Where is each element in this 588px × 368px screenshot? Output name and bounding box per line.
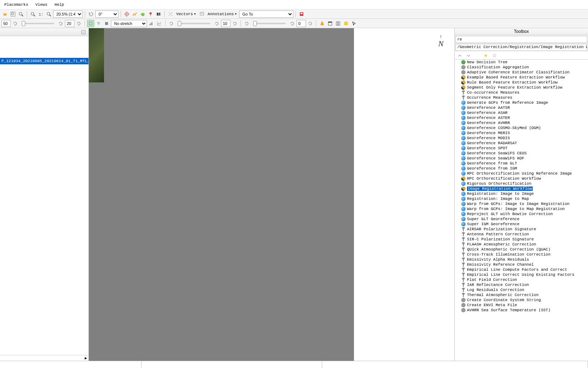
- toolbox-item[interactable]: Thermal Atmospheric Correction: [455, 292, 588, 298]
- toolbox-item[interactable]: Georeference ASAR: [455, 110, 588, 115]
- toolbox-item[interactable]: Flat Field Correction: [455, 277, 588, 282]
- refresh-icon[interactable]: [231, 20, 238, 27]
- toolbox-item[interactable]: Emissivity Reference Channel: [455, 262, 588, 267]
- pin-icon[interactable]: [147, 10, 154, 18]
- toolbox-item[interactable]: Georeference SeaWiFS CEOS: [455, 151, 588, 156]
- crosshair-icon[interactable]: [123, 10, 130, 18]
- histogram-icon[interactable]: [148, 20, 155, 27]
- toolbox-item[interactable]: Georeference AATSR: [455, 105, 588, 110]
- rotate-combo[interactable]: 0°: [95, 10, 118, 18]
- toolbox-item[interactable]: Super GLT Georeference: [455, 217, 588, 222]
- refresh-icon[interactable]: [289, 20, 296, 27]
- hand-icon[interactable]: [1, 10, 9, 18]
- toolbox-item[interactable]: Warp from GCPs: Image to Image Registrat…: [455, 201, 588, 206]
- toolbox-item[interactable]: Co-occurrence Measures: [455, 90, 588, 95]
- toolbox-item[interactable]: Georeference SPOT: [455, 146, 588, 151]
- refresh-icon[interactable]: [75, 20, 82, 27]
- toolbox-item[interactable]: Georeference AVHRR: [455, 120, 588, 125]
- favorite-icon[interactable]: [491, 52, 498, 59]
- toolbox-item[interactable]: Adaptive Coherence Estimator Classificat…: [455, 70, 588, 75]
- split-icon[interactable]: [334, 20, 342, 27]
- toolbox-item[interactable]: Super IGM Georeference: [455, 222, 588, 227]
- toolbox-item[interactable]: Empirical Line Correct Using Existing Fa…: [455, 272, 588, 277]
- save-chip-icon[interactable]: [298, 10, 305, 18]
- refresh-icon[interactable]: [168, 20, 175, 27]
- expand-icon[interactable]: [465, 52, 472, 59]
- toolbox-item[interactable]: Warp from GCPs: Image to Map Registratio…: [455, 206, 588, 211]
- toolbox-item[interactable]: Georeference ASTER: [455, 115, 588, 120]
- toolbox-item[interactable]: SIR-C Polarization Signature: [455, 237, 588, 242]
- zoom-1to1-icon[interactable]: 1:1: [37, 10, 44, 18]
- toolbox-item[interactable]: Georeference SeaWiFS HDF: [455, 156, 588, 161]
- toolbox-item[interactable]: IAR Reflectance Correction: [455, 282, 588, 287]
- crop-icon[interactable]: [87, 20, 94, 27]
- toolbox-item[interactable]: Create ENVI Meta File: [455, 303, 588, 308]
- refresh-icon[interactable]: [213, 20, 220, 27]
- roi-icon[interactable]: [139, 10, 146, 18]
- profile-icon[interactable]: [131, 10, 138, 18]
- toolbox-item[interactable]: RPC Orthorectification Using Reference I…: [455, 171, 588, 176]
- cursor-icon[interactable]: [350, 20, 358, 27]
- collapse-icon[interactable]: [456, 52, 463, 59]
- toolbox-item[interactable]: Classification Aggregation: [455, 65, 588, 70]
- refresh-icon[interactable]: [57, 20, 64, 27]
- inherit-icon[interactable]: [103, 20, 110, 27]
- zoom-out-icon[interactable]: [29, 10, 36, 18]
- toolbox-item[interactable]: Rigorous Orthorectification: [455, 181, 588, 186]
- rotate-reset-icon[interactable]: [87, 10, 95, 18]
- menu-views[interactable]: Views: [32, 1, 51, 8]
- stretch-combo[interactable]: No stretch: [111, 20, 147, 27]
- chart-icon[interactable]: [156, 20, 163, 27]
- toolbox-path[interactable]: /Geometric Correction/Registration/Image…: [455, 44, 587, 51]
- toolbox-item[interactable]: Georeference from IGM: [455, 166, 588, 171]
- refresh-icon[interactable]: [243, 20, 250, 27]
- map-viewport[interactable]: N: [89, 28, 454, 361]
- toolbox-item[interactable]: Georeference from GLT: [455, 161, 588, 166]
- toolbox-item[interactable]: Antenna Pattern Correction: [455, 232, 588, 237]
- toolbox-item[interactable]: Log Residuals Correction: [455, 287, 588, 292]
- layer-hscroll[interactable]: ▶: [0, 355, 88, 361]
- favorite-add-icon[interactable]: [482, 52, 489, 59]
- toolbox-item[interactable]: Georeference COSMO-SkyMed (DGM): [455, 125, 588, 130]
- annotations-icon[interactable]: [198, 10, 206, 18]
- refresh-icon[interactable]: [12, 20, 19, 27]
- vectors-dropdown[interactable]: Vectors▾: [175, 12, 198, 16]
- toolbox-item[interactable]: Rule Based Feature Extraction Workflow: [455, 80, 588, 85]
- toolbox-item[interactable]: Emissivity Alpha Residuals: [455, 257, 588, 262]
- toolbox-item[interactable]: Generate GCPs from Reference Image: [455, 100, 588, 105]
- toolbox-item[interactable]: Segment Only Feature Extraction Workflow: [455, 85, 588, 90]
- toolbox-item[interactable]: New Decision Tree: [455, 60, 588, 65]
- menu-placemarks[interactable]: Placemarks: [1, 1, 32, 8]
- tree-toggle-icon[interactable]: [80, 29, 87, 36]
- toolbox-item[interactable]: Image Registration Workflow: [455, 186, 588, 191]
- zoom-fit-icon[interactable]: [9, 10, 17, 18]
- toolbox-item[interactable]: Georeference MODIS: [455, 136, 588, 141]
- brightness-slider[interactable]: [22, 23, 54, 24]
- toolbox-item[interactable]: QUick Atmospheric Correction (QUAC): [455, 247, 588, 252]
- toolbox-item[interactable]: AVHRR Sea Surface Temperature (SST): [455, 308, 588, 313]
- toolbox-item[interactable]: Reproject GLT with Bowtie Correction: [455, 211, 588, 217]
- toolbox-item[interactable]: Cross-Track Illumination Correction: [455, 252, 588, 257]
- window-icon[interactable]: [327, 20, 334, 27]
- transparency-slider[interactable]: [253, 23, 286, 24]
- layer-tree-item-selected[interactable]: P_121034_20210605_20210614_01_T1_MTL_Mul…: [0, 58, 88, 64]
- toolbox-item[interactable]: AIRSAR Polarization Signature: [455, 227, 588, 232]
- toolbox-search-input[interactable]: [455, 36, 587, 43]
- toolbox-item[interactable]: Create Coordinate System String: [455, 298, 588, 303]
- zoom-in-icon[interactable]: [17, 10, 25, 18]
- contrast-value[interactable]: [65, 20, 74, 27]
- brightness-value[interactable]: [1, 20, 11, 27]
- toolbox-item[interactable]: Registration: Image to Image: [455, 191, 588, 196]
- portal-icon[interactable]: [342, 20, 350, 27]
- sharpen-value[interactable]: [221, 20, 230, 27]
- refresh-icon[interactable]: [307, 20, 314, 27]
- scroll-right-icon[interactable]: ▶: [85, 356, 87, 360]
- toolbox-item[interactable]: Empirical Line Compute Factors and Corre…: [455, 267, 588, 272]
- number-icon[interactable]: 12: [155, 10, 162, 18]
- annotations-dropdown[interactable]: Annotations▾: [206, 12, 238, 16]
- transparency-value[interactable]: [297, 20, 306, 27]
- swipe-icon[interactable]: [319, 20, 326, 27]
- menu-help[interactable]: Help: [51, 1, 68, 8]
- toolbox-item[interactable]: Example Based Feature Extraction Workflo…: [455, 75, 588, 80]
- sharpen-slider[interactable]: [178, 23, 210, 24]
